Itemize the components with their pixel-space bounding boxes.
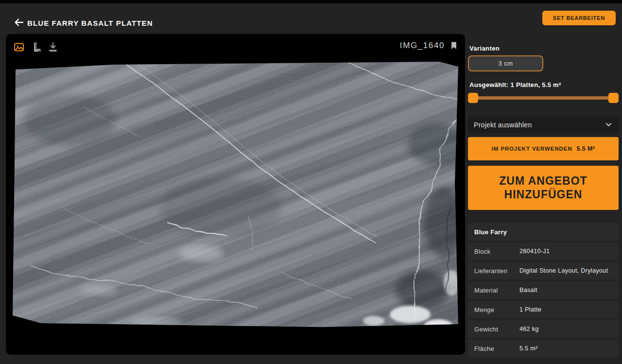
photo-view-button[interactable]: [13, 41, 25, 53]
sidebar: Varianten 3 cm Ausgewählt: 1 Platten, 5.…: [468, 34, 619, 364]
row-label: Gewicht: [474, 326, 519, 333]
row-value: 5.5 m²: [519, 345, 538, 352]
page-title: BLUE FARRY BASALT PLATTEN: [27, 19, 153, 27]
row-value: 260410-J1: [519, 248, 550, 255]
slab-photo: [12, 62, 458, 327]
details-title: Blue Farry: [474, 228, 507, 236]
project-select-dropdown[interactable]: Projekt auswählen: [468, 117, 619, 133]
add-to-offer-button[interactable]: ZUM ANGEBOT HINZUFÜGEN: [468, 166, 619, 210]
table-row-lieferanten: Lieferanten Digital Stone Layout, Drylay…: [468, 262, 619, 279]
row-value: Basalt: [519, 287, 537, 294]
table-row-material: Material Basalt: [468, 281, 619, 299]
viewer-meta: IMG_1640: [400, 40, 458, 52]
row-label: Menge: [474, 306, 519, 313]
image-name-label: IMG_1640: [400, 41, 445, 51]
table-row-gewicht: Gewicht 462 kg: [468, 320, 619, 338]
variants-label: Varianten: [469, 45, 500, 52]
use-in-project-amount: 5.5 M²: [577, 145, 595, 152]
plate-range-slider[interactable]: [468, 93, 619, 103]
row-label: Fläche: [474, 345, 519, 352]
selected-summary: Ausgewählt: 1 Platten, 5.5 m²: [469, 81, 561, 88]
project-select-value: Projekt auswählen: [474, 121, 532, 129]
slab-texture: [12, 62, 458, 327]
row-value: 1 Platte: [519, 306, 541, 313]
ruler-icon: [30, 41, 42, 53]
slider-handle-min[interactable]: [468, 93, 478, 103]
bookmark-button[interactable]: [449, 40, 458, 52]
row-value: Digital Stone Layout, Drylayout: [519, 267, 608, 274]
row-label: Block: [474, 248, 519, 255]
row-label: Lieferanten: [474, 267, 519, 275]
back-arrow-icon: [13, 17, 25, 28]
app-header: BLUE FARRY BASALT PLATTEN SET BEARBEITEN: [0, 3, 622, 34]
back-button[interactable]: [13, 17, 25, 29]
bookmark-icon: [449, 40, 458, 51]
window-top-strip: [0, 0, 622, 3]
table-row-block: Block 260410-J1: [468, 243, 619, 260]
download-icon: [47, 41, 59, 53]
use-in-project-label: IM PROJEKT VERWENDEN: [492, 146, 572, 152]
slab-image-viewer: IMG_1640: [6, 34, 465, 355]
slider-handle-max[interactable]: [608, 93, 619, 103]
row-value: 462 kg: [519, 326, 539, 332]
row-label: Material: [474, 287, 519, 294]
viewer-toolbar: [13, 41, 59, 53]
details-table: Blue Farry Block 260410-J1 Lieferanten D…: [468, 223, 619, 357]
table-row-menge: Menge 1 Platte: [468, 301, 619, 318]
details-title-row: Blue Farry: [468, 223, 619, 241]
download-button[interactable]: [47, 41, 59, 53]
edit-set-button[interactable]: SET BEARBEITEN: [542, 11, 616, 25]
variant-option-3cm[interactable]: 3 cm: [468, 55, 543, 71]
chevron-down-icon: [605, 121, 613, 129]
photo-icon: [13, 41, 25, 53]
measure-button[interactable]: [30, 41, 42, 53]
slider-track[interactable]: [469, 96, 618, 100]
use-in-project-button[interactable]: IM PROJEKT VERWENDEN 5.5 M²: [468, 137, 619, 160]
table-row-flaeche: Fläche 5.5 m²: [468, 340, 619, 357]
